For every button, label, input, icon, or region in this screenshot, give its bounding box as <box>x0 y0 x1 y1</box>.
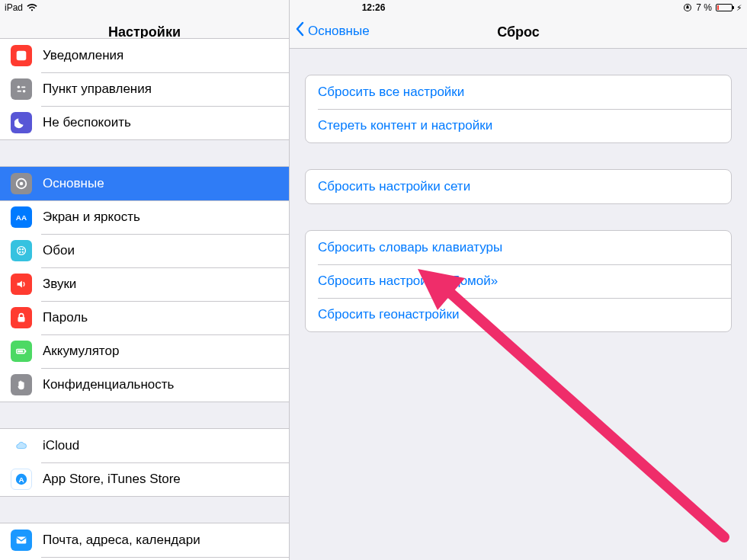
row-label: Сбросить настройки «Домой» <box>318 274 498 289</box>
svg-point-10 <box>19 248 21 250</box>
svg-rect-3 <box>21 86 25 88</box>
row-label: Сбросить настройки сети <box>318 179 470 194</box>
svg-point-9 <box>18 247 26 255</box>
sidebar-item-general[interactable]: Основные <box>0 167 289 200</box>
group-spacer <box>0 402 289 428</box>
svg-point-4 <box>23 90 26 93</box>
status-bar: iPad 12:26 7 % ⚡︎ <box>0 0 747 15</box>
sidebar-item-store[interactable]: A App Store, iTunes Store <box>0 462 289 496</box>
hand-icon <box>11 374 32 395</box>
device-name: iPad <box>5 2 23 13</box>
display-icon: AA <box>11 206 32 228</box>
group-spacer <box>0 497 289 523</box>
battery-percent: 7 % <box>696 2 712 13</box>
sidebar-item-label: Уведомления <box>43 48 123 63</box>
battery-icon <box>11 341 32 362</box>
sidebar-item-privacy[interactable]: Конфиденциальность <box>0 368 289 402</box>
detail-body[interactable]: Сбросить все настройки Стереть контент и… <box>290 49 747 560</box>
chevron-left-icon <box>294 21 305 40</box>
sidebar-group: Почта, адреса, календари Заметки <box>0 523 289 560</box>
back-label: Основные <box>308 24 370 39</box>
svg-rect-16 <box>25 350 26 353</box>
sidebar-item-wallpaper[interactable]: Обои <box>0 234 289 267</box>
detail-group: Сбросить словарь клавиатуры Сбросить нас… <box>305 230 732 332</box>
back-button[interactable]: Основные <box>290 21 370 40</box>
sidebar-list[interactable]: Уведомления Пункт управления Не беспокои… <box>0 38 289 560</box>
wifi-icon <box>27 4 37 12</box>
sidebar-item-label: Пароль <box>43 310 88 325</box>
sidebar-item-icloud[interactable]: iCloud <box>0 429 289 462</box>
svg-point-12 <box>19 251 21 253</box>
svg-text:A: A <box>18 475 24 484</box>
svg-point-7 <box>20 182 24 186</box>
sidebar-item-label: Звуки <box>43 277 76 292</box>
appstore-icon: A <box>11 469 32 490</box>
erase-all-row[interactable]: Стереть контент и настройки <box>306 109 731 142</box>
charging-icon: ⚡︎ <box>736 3 742 13</box>
gear-icon <box>11 173 32 194</box>
svg-point-2 <box>18 86 21 89</box>
svg-rect-5 <box>18 91 21 92</box>
notifications-icon <box>11 45 32 66</box>
orientation-lock-icon <box>683 3 692 12</box>
dnd-icon <box>11 112 32 133</box>
sidebar-item-passcode[interactable]: Пароль <box>0 301 289 334</box>
svg-rect-1 <box>17 51 27 61</box>
sidebar-item-dnd[interactable]: Не беспокоить <box>0 106 289 139</box>
row-label: Сбросить все настройки <box>318 85 464 100</box>
sidebar-item-battery[interactable]: Аккумулятор <box>0 334 289 368</box>
sidebar-item-notes[interactable]: Заметки <box>0 557 289 560</box>
sidebar-item-label: Аккумулятор <box>43 344 119 359</box>
group-spacer <box>0 140 289 166</box>
sidebar-group: Уведомления Пункт управления Не беспокои… <box>0 38 289 140</box>
detail-title: Сброс <box>497 24 540 40</box>
settings-sidebar: Настройки Уведомления Пункт управления <box>0 0 290 560</box>
svg-point-11 <box>22 248 24 250</box>
sidebar-group: iCloud A App Store, iTunes Store <box>0 428 289 497</box>
svg-rect-20 <box>17 537 27 544</box>
sidebar-item-label: Обои <box>43 243 75 258</box>
detail-group: Сбросить все настройки Стереть контент и… <box>305 75 732 143</box>
sidebar-item-notifications[interactable]: Уведомления <box>0 39 289 72</box>
detail-pane: Основные Сброс Сбросить все настройки Ст… <box>290 0 747 560</box>
sidebar-group: Основные AA Экран и яркость Обои <box>0 166 289 402</box>
sidebar-item-label: Почта, адреса, календари <box>43 533 200 548</box>
sidebar-item-sounds[interactable]: Звуки <box>0 267 289 301</box>
sidebar-item-label: Пункт управления <box>43 82 152 97</box>
mail-icon <box>11 530 32 551</box>
row-label: Стереть контент и настройки <box>318 118 492 133</box>
sidebar-item-label: Основные <box>43 176 104 191</box>
reset-network-row[interactable]: Сбросить настройки сети <box>306 170 731 203</box>
status-right: 7 % ⚡︎ <box>683 2 742 13</box>
detail-group: Сбросить настройки сети <box>305 169 732 204</box>
sidebar-item-label: App Store, iTunes Store <box>43 472 181 487</box>
cloud-icon <box>11 435 32 456</box>
status-left: iPad <box>5 2 37 13</box>
control-center-icon <box>11 78 32 100</box>
lock-icon <box>11 307 32 328</box>
svg-rect-17 <box>18 350 23 353</box>
reset-dictionary-row[interactable]: Сбросить словарь клавиатуры <box>306 231 731 264</box>
reset-geo-row[interactable]: Сбросить геонастройки <box>306 298 731 331</box>
svg-rect-14 <box>18 317 25 322</box>
svg-point-13 <box>22 251 24 253</box>
sounds-icon <box>11 274 32 295</box>
sidebar-item-label: Конфиденциальность <box>43 377 174 392</box>
sidebar-item-control-center[interactable]: Пункт управления <box>0 72 289 106</box>
status-time: 12:26 <box>362 2 386 13</box>
row-label: Сбросить геонастройки <box>318 307 460 322</box>
sidebar-item-label: Экран и яркость <box>43 210 140 225</box>
svg-text:AA: AA <box>16 213 27 222</box>
row-label: Сбросить словарь клавиатуры <box>318 240 502 255</box>
wallpaper-icon <box>11 240 32 261</box>
battery-icon <box>716 4 733 11</box>
sidebar-item-mail[interactable]: Почта, адреса, календари <box>0 523 289 557</box>
sidebar-item-label: Не беспокоить <box>43 115 131 130</box>
reset-home-row[interactable]: Сбросить настройки «Домой» <box>306 264 731 298</box>
sidebar-item-label: iCloud <box>43 438 79 453</box>
sidebar-item-display[interactable]: AA Экран и яркость <box>0 200 289 234</box>
reset-all-settings-row[interactable]: Сбросить все настройки <box>306 75 731 109</box>
